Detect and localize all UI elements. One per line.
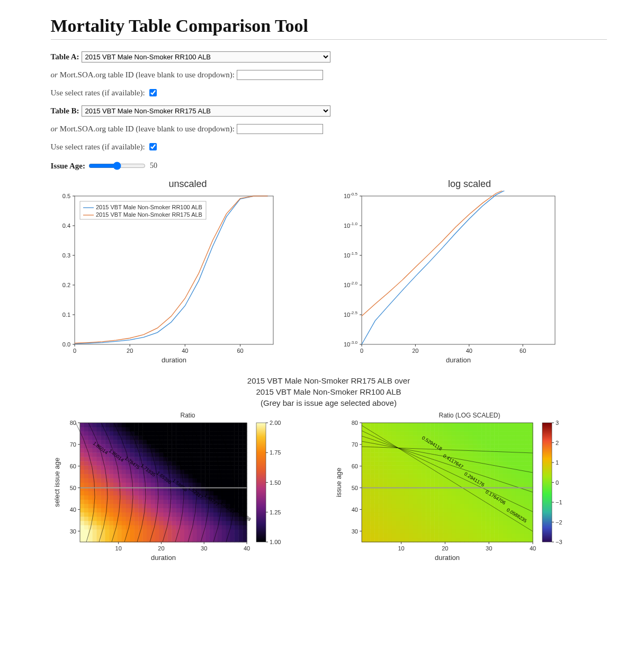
table-b-id-input[interactable] — [237, 124, 323, 134]
svg-rect-1788 — [422, 478, 426, 483]
table-a-select-rates-checkbox[interactable] — [149, 89, 157, 96]
svg-rect-1983 — [400, 457, 405, 461]
svg-rect-1270 — [430, 533, 435, 538]
svg-rect-1290 — [515, 533, 520, 538]
svg-rect-1398 — [464, 521, 469, 526]
svg-rect-1853 — [528, 474, 533, 478]
svg-rect-1218 — [379, 538, 383, 543]
svg-rect-213 — [96, 521, 101, 526]
svg-rect-2257 — [374, 427, 379, 432]
svg-rect-416 — [109, 500, 113, 504]
svg-rect-1639 — [468, 495, 473, 500]
table-b-select-rates-checkbox[interactable] — [149, 143, 157, 150]
svg-rect-1166 — [234, 423, 238, 428]
svg-rect-581 — [130, 483, 134, 487]
svg-rect-380 — [126, 504, 130, 509]
svg-rect-1818 — [379, 474, 383, 478]
svg-rect-147 — [155, 529, 159, 534]
table-a-id-input[interactable] — [237, 70, 323, 80]
svg-rect-151 — [172, 529, 176, 534]
svg-rect-1518 — [464, 508, 469, 513]
svg-rect-2040 — [472, 452, 477, 457]
svg-rect-1952 — [439, 461, 443, 466]
svg-rect-864 — [142, 452, 147, 457]
svg-rect-2117 — [460, 444, 464, 449]
svg-rect-1011 — [88, 435, 92, 440]
svg-rect-497 — [113, 491, 118, 496]
svg-text:10: 10 — [115, 545, 121, 552]
svg-rect-2059 — [383, 448, 388, 453]
svg-rect-209 — [80, 521, 84, 526]
svg-rect-1653 — [528, 495, 533, 500]
svg-rect-850 — [84, 452, 88, 457]
svg-rect-506 — [150, 491, 155, 496]
svg-rect-108 — [159, 533, 163, 538]
svg-rect-1331 — [520, 529, 524, 534]
svg-rect-1919 — [468, 465, 473, 470]
svg-rect-1590 — [430, 500, 435, 504]
svg-rect-1598 — [464, 500, 469, 504]
svg-rect-2165 — [494, 440, 499, 444]
svg-rect-1093 — [96, 427, 101, 432]
svg-rect-1850 — [515, 474, 520, 478]
issue-age-slider[interactable] — [88, 162, 146, 170]
svg-rect-2005 — [494, 457, 499, 461]
svg-rect-991 — [172, 440, 176, 444]
svg-rect-1434 — [447, 517, 452, 521]
svg-text:0.5: 0.5 — [62, 193, 70, 199]
svg-rect-1623 — [400, 495, 405, 500]
svg-rect-2268 — [422, 427, 426, 432]
svg-rect-1617 — [374, 495, 379, 500]
svg-rect-98 — [117, 533, 121, 538]
svg-rect-1551 — [434, 504, 439, 509]
svg-rect-1887 — [503, 469, 507, 474]
svg-rect-648 — [243, 478, 247, 483]
svg-rect-1783 — [400, 478, 405, 483]
svg-rect-2126 — [498, 444, 503, 449]
svg-rect-1638 — [464, 495, 469, 500]
svg-rect-179 — [121, 525, 126, 530]
svg-rect-1102 — [134, 427, 138, 432]
svg-rect-69 — [163, 538, 167, 543]
svg-rect-863 — [138, 452, 142, 457]
svg-rect-323 — [221, 512, 226, 517]
svg-rect-2030 — [430, 452, 435, 457]
svg-rect-1823 — [400, 474, 405, 478]
svg-rect-1224 — [404, 538, 409, 543]
svg-rect-1415 — [366, 517, 371, 521]
svg-rect-1876 — [455, 469, 460, 474]
svg-rect-1814 — [362, 474, 366, 478]
svg-text:0: 0 — [360, 348, 363, 354]
svg-rect-1904 — [404, 465, 409, 470]
svg-rect-275 — [188, 517, 192, 521]
table-a-select[interactable]: 2015 VBT Male Non-Smoker RR100 ALB — [82, 51, 330, 63]
svg-rect-797 — [196, 461, 201, 466]
svg-rect-2329 — [511, 423, 516, 428]
svg-rect-1421 — [391, 517, 396, 521]
svg-rect-1642 — [481, 495, 486, 500]
svg-rect-718 — [201, 469, 205, 474]
svg-rect-2312 — [439, 423, 443, 428]
svg-rect-1401 — [477, 521, 482, 526]
svg-rect-1897 — [374, 465, 379, 470]
svg-rect-1099 — [121, 427, 126, 432]
svg-rect-1505 — [408, 508, 413, 513]
svg-rect-466 — [150, 495, 155, 500]
svg-rect-486 — [234, 495, 238, 500]
table-b-select[interactable]: 2015 VBT Male Non-Smoker RR175 ALB — [82, 105, 330, 117]
svg-rect-312 — [176, 512, 180, 517]
svg-rect-2104 — [404, 444, 409, 449]
svg-rect-388 — [159, 504, 163, 509]
svg-rect-162 — [217, 529, 221, 534]
svg-rect-95 — [105, 533, 109, 538]
svg-rect-1144 — [142, 423, 147, 428]
svg-rect-712 — [176, 469, 180, 474]
svg-rect-1442 — [481, 517, 486, 521]
svg-rect-795 — [188, 461, 192, 466]
svg-rect-2217 — [374, 431, 379, 436]
svg-rect-937 — [113, 444, 118, 449]
svg-text:10-1.5: 10-1.5 — [343, 251, 357, 259]
svg-rect-842 — [217, 457, 221, 461]
svg-rect-487 — [238, 495, 243, 500]
svg-rect-1560 — [472, 504, 477, 509]
